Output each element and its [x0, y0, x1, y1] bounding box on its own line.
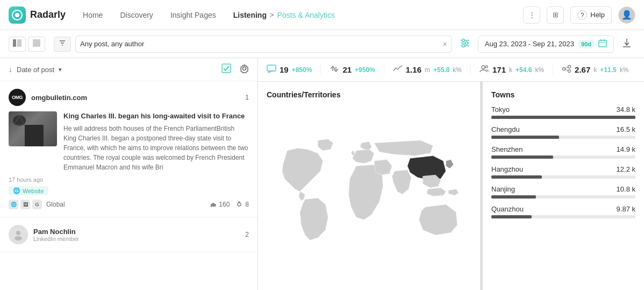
- svg-rect-14: [599, 40, 606, 47]
- panel-view-icon: [13, 39, 22, 48]
- single-view-icon: [33, 39, 40, 48]
- svg-point-9: [462, 39, 464, 42]
- more-options-button[interactable]: ⋮: [523, 6, 540, 24]
- town-value: 12.2 k: [617, 165, 635, 173]
- post-time: 17 hours ago: [9, 176, 249, 183]
- svg-line-37: [565, 69, 568, 70]
- header: Radarly Home Discovery Insight Pages Lis…: [0, 0, 644, 30]
- date-range-text: Aug 23, 2023 - Sep 21, 2023: [485, 40, 574, 48]
- town-header: Hangzhou 12.2 k: [491, 165, 635, 173]
- town-name: Tokyo: [491, 105, 510, 114]
- date-range-picker[interactable]: Aug 23, 2023 - Sep 21, 2023 90d: [478, 36, 614, 53]
- view-toggle: [9, 37, 45, 52]
- help-label: Help: [590, 11, 605, 19]
- search-input[interactable]: [80, 40, 439, 48]
- tag-label: Website: [23, 188, 44, 194]
- post-global-label: Global: [46, 201, 205, 208]
- nav-breadcrumb: Listening > Posts & Analytics: [233, 11, 335, 19]
- post-body: He will address both houses of the Frenc…: [63, 124, 249, 172]
- tag-icon: 🌐: [13, 187, 20, 194]
- header-right: ⋮ ⊞ ? Help 👤: [523, 6, 635, 24]
- post-number-2: 2: [245, 231, 249, 238]
- stat-engagement-value: 2.67: [575, 65, 590, 74]
- town-value: 14.9 k: [617, 145, 635, 153]
- post-text-area: King Charles III. began his long-awaited…: [63, 111, 249, 172]
- post-item-2: Pam Nochlin LinkedIn member 2: [0, 217, 257, 252]
- logo-text: Radarly: [30, 9, 66, 20]
- svg-point-32: [485, 66, 488, 68]
- post-author-name: Pam Nochlin: [33, 228, 240, 236]
- town-bar: [491, 155, 553, 159]
- stat-reach-value: 1.16: [406, 65, 421, 74]
- logo-area: Radarly: [9, 6, 66, 24]
- town-bar: [491, 215, 532, 218]
- town-header: Shenzhen 14.9 k: [491, 145, 635, 153]
- filter-sliders-button[interactable]: [456, 36, 474, 53]
- right-panel: 19 +850% 21 +950% 1.16 m +55.8 k%: [258, 58, 644, 290]
- town-header: Quanzhou 9.87 k: [491, 205, 635, 213]
- town-row-chengdu: Chengdu 16.5 k: [491, 125, 635, 139]
- town-name: Nanjing: [491, 185, 515, 193]
- nav-posts-analytics[interactable]: Posts & Analytics: [277, 11, 335, 19]
- sort-label[interactable]: Date of post: [17, 66, 54, 74]
- left-panel: ↓ Date of post ▾ OMG omgbulletin.com 1: [0, 58, 258, 290]
- stat-mentions-icon: [267, 65, 276, 75]
- town-bar-bg: [491, 136, 635, 139]
- single-view-button[interactable]: [28, 37, 45, 52]
- svg-rect-4: [33, 39, 40, 47]
- stat-reshares-icon: [330, 65, 339, 75]
- more-icon: ⋮: [528, 11, 535, 19]
- sort-direction-icon[interactable]: ↓: [9, 65, 12, 74]
- download-button[interactable]: [618, 36, 635, 53]
- nav-listening[interactable]: Listening: [233, 11, 267, 19]
- panel-view-button[interactable]: [9, 37, 26, 52]
- nav-discovery[interactable]: Discovery: [120, 11, 153, 19]
- grid-view-button[interactable]: ⊞: [547, 6, 564, 24]
- svg-point-35: [568, 70, 571, 73]
- help-icon: ?: [577, 10, 587, 20]
- town-bar-bg: [491, 195, 635, 199]
- stat-engagement-unit2: k%: [620, 66, 629, 74]
- svg-point-22: [13, 115, 26, 126]
- stat-reach-icon: [393, 65, 403, 75]
- post-stats: 160 8: [210, 201, 249, 208]
- svg-point-27: [15, 236, 22, 241]
- avatar-icon: 👤: [621, 10, 632, 20]
- sort-arrow-icon: ▾: [59, 66, 62, 73]
- map-panel: Countries/Territories: [258, 82, 481, 290]
- town-bar-bg: [491, 215, 635, 218]
- sort-settings-button[interactable]: [240, 64, 249, 75]
- post-header: OMG omgbulletin.com 1: [9, 89, 249, 106]
- sort-icon: [59, 39, 66, 48]
- nav-home[interactable]: Home: [83, 11, 103, 19]
- town-row-tokyo: Tokyo 34.8 k: [491, 105, 635, 119]
- post-source: omgbulletin.com: [31, 94, 240, 102]
- sort-filter-button[interactable]: [54, 37, 71, 52]
- stat-users-icon: [480, 65, 489, 75]
- town-bar: [491, 195, 536, 199]
- stat-engagement-icon: [562, 65, 571, 75]
- svg-point-34: [568, 66, 571, 68]
- user-avatar[interactable]: 👤: [618, 6, 635, 24]
- svg-point-21: [243, 67, 246, 70]
- town-value: 34.8 k: [617, 105, 635, 114]
- stat-engagement-unit: k: [593, 66, 597, 74]
- town-row-quanzhou: Quanzhou 9.87 k: [491, 205, 635, 218]
- post-icon-1: 🌐: [9, 200, 18, 209]
- nav-insight-pages[interactable]: Insight Pages: [170, 11, 216, 19]
- stat-reshares: 21 +950%: [321, 65, 384, 75]
- calendar-icon: [598, 39, 607, 49]
- stat-reach-unit2: k%: [453, 66, 462, 74]
- town-name: Quanzhou: [491, 205, 524, 213]
- post-thumbnail: [9, 111, 57, 146]
- post-title: King Charles III. began his long-awaited…: [63, 111, 249, 121]
- search-area: ×: [75, 36, 452, 53]
- post-footer: 🌐 🖼 G Global 160 8: [9, 200, 249, 209]
- search-clear-button[interactable]: ×: [443, 40, 447, 48]
- town-bar: [491, 136, 559, 139]
- town-header: Chengdu 16.5 k: [491, 125, 635, 133]
- select-all-checkbox[interactable]: [221, 63, 231, 75]
- stat-mentions-change: +850%: [292, 66, 312, 74]
- help-button[interactable]: ? Help: [570, 6, 612, 24]
- town-bar-bg: [491, 116, 635, 119]
